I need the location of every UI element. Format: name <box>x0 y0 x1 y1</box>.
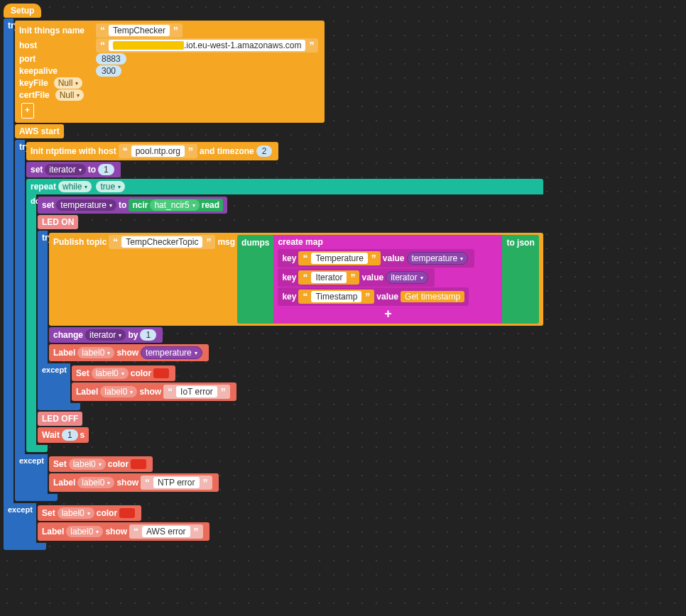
ncir-dd[interactable]: hat_ncir5 <box>150 199 199 211</box>
label-show-temp[interactable]: Label label0 show temperature <box>49 344 209 361</box>
map-row-temperature[interactable]: key “Temperature” value temperature <box>278 249 474 268</box>
certfile-dropdown[interactable]: Null <box>55 89 85 101</box>
redacted-host <box>113 41 184 50</box>
things-name-input[interactable]: “TempChecker” <box>96 23 183 38</box>
change-iterator[interactable]: change iterator by 1 <box>49 327 163 343</box>
add-file-icon[interactable] <box>21 103 34 119</box>
iterator-val[interactable]: 1 <box>98 164 114 175</box>
led-on[interactable]: LED ON <box>38 215 78 229</box>
try-iot[interactable]: try Publish topic <box>38 231 543 410</box>
iterator-dd[interactable]: iterator <box>45 164 85 175</box>
label-show-ntp-error[interactable]: Label label0 show “NTP error” <box>49 473 219 492</box>
set-temperature[interactable]: set temperature to ncir hat_ncir5 read <box>38 197 227 214</box>
init-ntp[interactable]: Init ntptime with host “pool.ntp.org” an… <box>26 142 278 160</box>
label-show-aws-error[interactable]: Label label0 show “AWS error” <box>38 522 209 541</box>
repeat-while[interactable]: repeat while true do <box>26 179 543 452</box>
led-off[interactable]: LED OFF <box>38 412 82 426</box>
color-red-chip[interactable] <box>131 459 146 469</box>
try-aws[interactable]: try Init things name “TempChecker” host … <box>4 18 543 550</box>
set-label-color-iot[interactable]: Set label0 color <box>72 365 175 381</box>
color-red-chip[interactable] <box>153 368 169 378</box>
get-timestamp[interactable]: Get timestamp <box>401 291 464 302</box>
publish-topic[interactable]: Publish topic “TempCheckerTopic” msg <box>49 233 543 326</box>
host-input[interactable]: “.iot.eu-west-1.amazonaws.com” <box>96 38 318 53</box>
workspace[interactable]: Setup try Init things name “TempChecker”… <box>4 4 682 551</box>
wait[interactable]: Wait 1 s <box>38 427 89 443</box>
ntp-tz-input[interactable]: 2 <box>256 145 273 157</box>
set-iterator[interactable]: set iterator to 1 <box>26 162 121 177</box>
topic-input[interactable]: “TempCheckerTopic” <box>109 235 215 249</box>
map-row-timestamp[interactable]: key “Timestamp” value Get timestamp <box>278 287 469 306</box>
keepalive-input[interactable]: 300 <box>96 65 121 77</box>
aws-start[interactable]: AWS start <box>15 124 64 138</box>
add-map-row-icon[interactable]: + <box>278 307 498 321</box>
dumps-block[interactable]: dumps create map <box>237 235 539 324</box>
color-red-chip[interactable] <box>119 508 135 518</box>
set-label-color-aws[interactable]: Set label0 color <box>38 505 141 521</box>
create-map[interactable]: create map key “Temperature” <box>273 235 502 324</box>
true-dd[interactable]: true <box>96 181 125 192</box>
ncir-read[interactable]: ncir hat_ncir5 read <box>129 199 223 211</box>
init-things[interactable]: Init things name “TempChecker” host “.io… <box>15 21 325 123</box>
set-label-color-ntp[interactable]: Set label0 color <box>49 456 153 472</box>
port-input[interactable]: 8883 <box>96 53 126 65</box>
map-row-iterator[interactable]: key “Iterator” value iterator <box>278 268 434 287</box>
setup-hat[interactable]: Setup <box>4 4 41 18</box>
val-temp-dd[interactable]: temperature <box>407 252 469 265</box>
while-dd[interactable]: while <box>58 181 92 192</box>
temp-var-dd[interactable]: temperature <box>56 199 116 211</box>
try-ntp[interactable]: try Init ntptime with host “pool.ntp.org… <box>15 140 543 501</box>
ntp-host-input[interactable]: “pool.ntp.org” <box>119 144 197 158</box>
label-show-iot-error[interactable]: Label label0 show “IoT error” <box>72 383 236 401</box>
val-iter-dd[interactable]: iterator <box>386 271 428 284</box>
keyfile-dropdown[interactable]: Null <box>54 77 83 89</box>
